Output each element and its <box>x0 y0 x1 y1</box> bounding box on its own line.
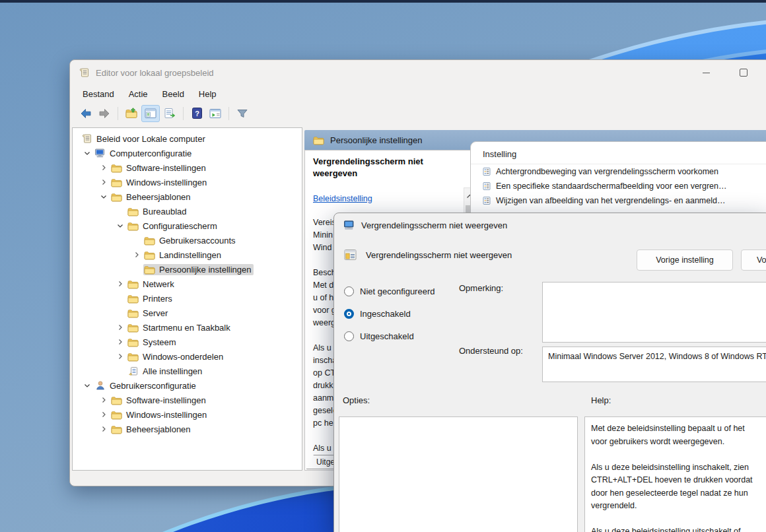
folder-icon <box>127 279 139 289</box>
export-list-button[interactable] <box>161 106 178 121</box>
previous-setting-button[interactable]: Vorige instelling <box>637 249 733 271</box>
tree-item-netwerk[interactable]: Netwerk <box>73 277 302 291</box>
setting-list-item[interactable]: Achtergrondbeweging van vergrendelingssc… <box>471 164 766 179</box>
maximize-button[interactable] <box>728 63 759 83</box>
tree-item-main[interactable]: Startmenu en Taakbalk <box>127 322 233 333</box>
tree-item-main[interactable]: Gebruikersconfiguratie <box>94 380 199 391</box>
forward-button[interactable] <box>96 106 113 121</box>
tree-item-bureaublad[interactable]: Bureaublad <box>73 204 302 218</box>
tree-item-windows-instellingen[interactable]: Windows-instellingen <box>73 407 302 422</box>
tree-item-gebruikersaccounts[interactable]: Gebruikersaccounts <box>73 233 302 248</box>
tree-item-startmenu-en-taakbalk[interactable]: Startmenu en Taakbalk <box>73 320 302 335</box>
tree-item-main[interactable]: Computerconfiguratie <box>94 147 194 159</box>
console-tree-toggle-button[interactable] <box>141 105 160 122</box>
tree-item-main[interactable]: Landinstellingen <box>143 249 224 261</box>
menu-help[interactable]: Help <box>192 87 224 101</box>
tree-item-software-instellingen[interactable]: Software-instellingen <box>73 160 302 175</box>
filter-button[interactable] <box>234 106 251 121</box>
minimize-icon <box>703 73 710 73</box>
radio-unselected-icon[interactable] <box>344 331 354 341</box>
setting-list-item[interactable]: Wijzigen van afbeelding van het vergrend… <box>471 193 766 208</box>
expand-chevron-right-icon[interactable] <box>114 324 127 331</box>
tree-item-main[interactable]: Alle instellingen <box>127 365 205 377</box>
menu-bestand[interactable]: Bestand <box>75 87 122 101</box>
expand-chevron-right-icon[interactable] <box>97 411 110 418</box>
radio-selected-icon[interactable] <box>344 309 354 319</box>
help-text-line: Als u deze beleidsinstelling uitschakelt… <box>591 525 766 532</box>
folder-icon <box>143 250 156 260</box>
tree-item-gebruikersconfiguratie[interactable]: Gebruikersconfiguratie <box>73 378 302 393</box>
tree-item-alle-instellingen[interactable]: Alle instellingen <box>73 364 302 378</box>
tree-item-main[interactable]: Printers <box>127 293 175 304</box>
tree-item-main[interactable]: Systeem <box>127 337 179 348</box>
wallpaper-bloom-top <box>0 0 766 61</box>
tree-item-computerconfiguratie[interactable]: Computerconfiguratie <box>73 146 302 160</box>
comment-textarea[interactable] <box>542 282 766 343</box>
settings-column-header[interactable]: Instelling <box>471 142 766 164</box>
policy-document-icon <box>482 182 491 191</box>
setting-list-item[interactable]: Een specifieke standaardschermafbeelding… <box>471 179 766 193</box>
tree-item-beheersjablonen[interactable]: Beheersjablonen <box>73 422 302 436</box>
radio-option-uitgeschakeld[interactable]: Uitgeschakeld <box>344 331 435 341</box>
tree-item-label: Persoonlijke instellingen <box>159 265 251 275</box>
expand-chevron-down-icon[interactable] <box>97 193 110 200</box>
expand-chevron-right-icon[interactable] <box>114 339 127 345</box>
tree-item-beheersjablonen[interactable]: Beheersjablonen <box>73 189 302 204</box>
minimize-button[interactable] <box>691 63 721 83</box>
tree-item-main[interactable]: Server <box>127 308 170 319</box>
supported-on-value[interactable]: Minimaal Windows Server 2012, Windows 8 … <box>542 347 766 382</box>
expand-chevron-down-icon[interactable] <box>81 150 94 156</box>
tree-item-software-instellingen[interactable]: Software-instellingen <box>73 393 302 407</box>
tree-item-printers[interactable]: Printers <box>73 291 302 306</box>
menu-actie[interactable]: Actie <box>122 87 155 101</box>
expand-chevron-right-icon[interactable] <box>114 353 127 360</box>
tree-item-main[interactable]: Windows-onderdelen <box>127 351 226 362</box>
folder-icon <box>127 308 139 318</box>
help-label: Help: <box>591 395 611 405</box>
policy-setting-link[interactable]: Beleidsinstelling <box>313 194 372 203</box>
expand-chevron-down-icon[interactable] <box>114 222 127 229</box>
tree-item-systeem[interactable]: Systeem <box>73 335 302 349</box>
tree-item-windows-onderdelen[interactable]: Windows-onderdelen <box>73 349 302 364</box>
tree-item-main[interactable]: Beleid voor Lokale computer <box>81 133 208 145</box>
tree-item-configuratiescherm[interactable]: Configuratiescherm <box>73 218 302 233</box>
radio-unselected-icon[interactable] <box>344 286 354 296</box>
tree-item-main[interactable]: Gebruikersaccounts <box>143 235 238 246</box>
tree-item-windows-instellingen[interactable]: Windows-instellingen <box>73 175 302 189</box>
radio-option-ingeschakeld[interactable]: Ingeschakeld <box>344 308 435 319</box>
options-panel[interactable] <box>339 416 578 532</box>
expand-chevron-right-icon[interactable] <box>97 397 110 403</box>
expand-chevron-right-icon[interactable] <box>97 179 110 185</box>
action-pane-toggle-button[interactable] <box>207 106 224 121</box>
help-text-line: Als u deze beleidsinstelling inschakelt,… <box>591 461 766 475</box>
maximize-icon <box>740 69 748 77</box>
tree-item-main[interactable]: Windows-instellingen <box>110 177 209 188</box>
tree-item-main[interactable]: Persoonlijke instellingen <box>143 264 254 275</box>
tree-item-main[interactable]: Netwerk <box>127 279 177 290</box>
tree-item-main[interactable]: Beheersjablonen <box>110 424 193 435</box>
next-setting-button[interactable]: Volgende instelling <box>741 249 766 271</box>
radio-option-niet-geconfigureerd[interactable]: Niet geconfigureerd <box>344 286 435 296</box>
menu-beeld[interactable]: Beeld <box>155 87 192 101</box>
tree-item-label: Software-instellingen <box>126 163 206 173</box>
tree-item-main[interactable]: Configuratiescherm <box>127 220 220 232</box>
help-button[interactable]: ? <box>188 106 205 121</box>
back-button[interactable] <box>77 106 94 121</box>
up-one-level-button[interactable] <box>123 106 140 121</box>
expand-chevron-right-icon[interactable] <box>97 164 110 171</box>
folder-icon <box>127 352 139 362</box>
tree-item-main[interactable]: Windows-instellingen <box>110 409 209 420</box>
tree-item-server[interactable]: Server <box>73 306 302 320</box>
tree-item-main[interactable]: Beheersjablonen <box>110 191 193 203</box>
expand-chevron-right-icon[interactable] <box>97 426 110 432</box>
tree-item-persoonlijke-instellingen[interactable]: Persoonlijke instellingen <box>73 262 302 277</box>
tree-item-main[interactable]: Bureaublad <box>127 206 190 217</box>
expand-chevron-right-icon[interactable] <box>130 251 143 258</box>
tree-item-beleid-voor-lokale-computer[interactable]: Beleid voor Lokale computer <box>73 131 302 146</box>
tree-item-landinstellingen[interactable]: Landinstellingen <box>73 248 302 262</box>
tree-item-main[interactable]: Software-instellingen <box>110 395 209 406</box>
expand-chevron-down-icon[interactable] <box>81 382 94 389</box>
help-text-panel[interactable]: Met deze beleidsinstelling bepaalt u of … <box>584 416 766 532</box>
expand-chevron-right-icon[interactable] <box>114 281 127 287</box>
tree-item-main[interactable]: Software-instellingen <box>110 162 209 174</box>
